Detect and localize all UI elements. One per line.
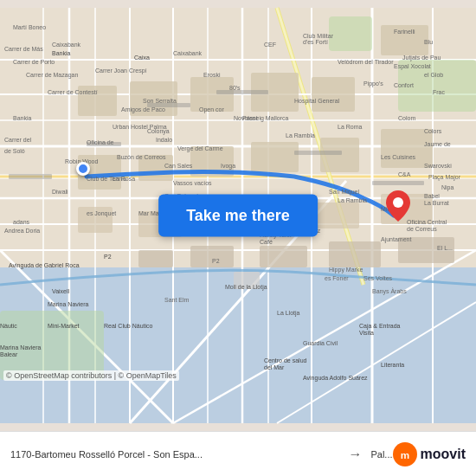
svg-text:Amigos de Paco: Amigos de Paco xyxy=(121,106,165,113)
svg-text:Café: Café xyxy=(260,239,273,245)
svg-rect-49 xyxy=(138,250,173,267)
svg-text:Confort: Confort xyxy=(394,82,414,88)
svg-point-159 xyxy=(393,197,403,208)
svg-text:Marina Naviera: Marina Naviera xyxy=(0,344,42,351)
svg-text:Martí Boneo: Martí Boneo xyxy=(13,24,46,30)
svg-text:Bankia: Bankia xyxy=(52,50,71,56)
svg-text:Velòdrom del Tirador: Velòdrom del Tirador xyxy=(338,59,394,65)
svg-text:adans: adans xyxy=(13,219,30,225)
svg-text:Avinguda de Gabriel Roca: Avinguda de Gabriel Roca xyxy=(9,262,80,269)
svg-text:Banys Àrabs: Banys Àrabs xyxy=(372,287,407,295)
svg-text:de Correus: de Correus xyxy=(407,226,437,232)
svg-text:m: m xyxy=(400,448,408,460)
svg-text:Carrer de Contestí: Carrer de Contestí xyxy=(48,89,98,95)
svg-text:Verge del Carme: Verge del Carme xyxy=(177,145,223,152)
svg-text:La Roma: La Roma xyxy=(338,124,363,130)
svg-text:Carrer de Más: Carrer de Más xyxy=(4,46,43,52)
svg-text:Eroski: Eroski xyxy=(203,72,221,78)
svg-text:Oficina de: Oficina de xyxy=(87,139,114,145)
svg-text:Caixabank: Caixabank xyxy=(52,42,81,48)
svg-text:es Jonquet: es Jonquet xyxy=(87,210,116,217)
svg-text:Vassos vacíos: Vassos vacíos xyxy=(173,180,212,186)
svg-text:Jutjats de Pau: Jutjats de Pau xyxy=(402,55,441,61)
footer-destination-text: Pal... xyxy=(370,449,392,460)
svg-text:Pippo's: Pippo's xyxy=(363,80,383,87)
svg-text:Colom: Colom xyxy=(398,115,415,121)
footer-bar: 1170-Bartomeu Rosselló Porcel - Son Espa… xyxy=(0,431,476,476)
svg-text:Hospital General: Hospital General xyxy=(294,98,340,105)
svg-text:Carrer de Mazagan: Carrer de Mazagan xyxy=(26,72,78,79)
svg-text:Can Sales: Can Sales xyxy=(164,163,193,169)
svg-text:Frac: Frac xyxy=(433,89,446,95)
footer-origin-text: 1170-Bartomeu Rosselló Porcel - Son Espa… xyxy=(10,449,339,460)
app-container: Martí Boneo Bankia Robin Wood es Jonquet… xyxy=(0,0,476,476)
svg-text:CEF: CEF xyxy=(264,42,276,48)
svg-text:Balear: Balear xyxy=(0,351,18,357)
svg-text:Club Militar: Club Militar xyxy=(303,33,334,39)
svg-text:Open cor: Open cor xyxy=(199,106,224,113)
svg-rect-34 xyxy=(251,142,299,172)
take-me-there-button[interactable]: Take me there xyxy=(158,195,318,237)
svg-rect-51 xyxy=(260,246,307,267)
footer-route-info: 1170-Bartomeu Rosselló Porcel - Son Espa… xyxy=(10,447,393,462)
svg-text:La Rambla: La Rambla xyxy=(338,197,367,203)
svg-text:Carrer de Porto: Carrer de Porto xyxy=(13,59,55,65)
svg-text:Andrea Doria: Andrea Doria xyxy=(4,228,40,234)
svg-text:El L...: El L... xyxy=(437,245,453,251)
svg-text:del Mar: del Mar xyxy=(264,364,285,370)
destination-marker xyxy=(386,190,410,215)
svg-text:P2: P2 xyxy=(212,258,220,264)
svg-text:Ses Voltes: Ses Voltes xyxy=(363,275,393,281)
svg-rect-58 xyxy=(216,90,268,94)
svg-text:Mini-Market: Mini-Market xyxy=(48,323,80,329)
moovit-logo-icon: m xyxy=(393,442,417,466)
svg-text:Club de Tennis: Club de Tennis xyxy=(87,176,127,182)
svg-text:Carrer del: Carrer del xyxy=(4,137,32,143)
svg-rect-30 xyxy=(329,16,372,51)
svg-text:es Foner: es Foner xyxy=(325,275,349,281)
svg-text:Ajuntament: Ajuntament xyxy=(381,236,411,243)
svg-text:Avinguda Adolfo Suárez: Avinguda Adolfo Suárez xyxy=(303,375,368,382)
svg-rect-59 xyxy=(294,151,342,155)
svg-text:La Burrat: La Burrat xyxy=(424,200,449,206)
svg-text:C&A: C&A xyxy=(398,171,411,177)
svg-text:Blu: Blu xyxy=(424,39,433,45)
map-attribution: © OpenStreetMap contributors | © OpenMap… xyxy=(3,370,179,381)
svg-text:Hippy Marke: Hippy Marke xyxy=(329,267,363,273)
svg-text:Real Club Náutico: Real Club Náutico xyxy=(104,323,153,329)
svg-rect-60 xyxy=(372,181,424,185)
svg-text:Guardia Civil: Guardia Civil xyxy=(303,340,338,346)
svg-text:San Miquel: San Miquel xyxy=(329,189,359,196)
svg-text:P2: P2 xyxy=(104,254,112,260)
svg-text:Sant Elm: Sant Elm xyxy=(164,297,190,303)
svg-text:de Soló: de Soló xyxy=(4,148,25,154)
svg-text:80's: 80's xyxy=(229,85,241,91)
svg-text:Farinelli: Farinelli xyxy=(394,29,415,35)
svg-text:Jaume de: Jaume de xyxy=(424,141,451,147)
svg-text:el Glob: el Glob xyxy=(424,72,443,78)
svg-rect-50 xyxy=(190,246,234,267)
svg-text:Caja & Entrada: Caja & Entrada xyxy=(359,323,401,330)
svg-text:d'es Fortí: d'es Fortí xyxy=(303,39,328,45)
svg-rect-41 xyxy=(312,77,355,112)
moovit-logo-text: moovit xyxy=(421,447,466,462)
footer-arrow-icon: → xyxy=(348,447,362,462)
svg-rect-55 xyxy=(9,174,52,179)
svg-text:Nàutic: Nàutic xyxy=(0,323,17,329)
svg-text:Ivoga: Ivoga xyxy=(221,163,235,170)
svg-text:Vaixell: Vaixell xyxy=(52,288,70,294)
svg-text:Babel: Babel xyxy=(424,193,440,199)
svg-text:Les Cuisines: Les Cuisines xyxy=(381,154,416,160)
moovit-logo: m moovit xyxy=(393,442,466,466)
svg-text:Nipa: Nipa xyxy=(441,184,454,191)
svg-text:Bankia: Bankia xyxy=(13,115,32,121)
svg-text:Caixa: Caixa xyxy=(134,55,150,61)
svg-text:Indalo: Indalo xyxy=(156,137,172,143)
svg-text:Buzón de Correos: Buzón de Correos xyxy=(117,154,166,160)
svg-text:Espal Xocolat: Espal Xocolat xyxy=(394,63,431,70)
svg-text:Centro de salud: Centro de salud xyxy=(264,357,307,363)
svg-text:Plaça Major: Plaça Major xyxy=(428,174,461,181)
svg-text:La Rambla: La Rambla xyxy=(286,132,315,138)
svg-text:Son Serralta: Son Serralta xyxy=(143,98,177,104)
svg-text:Marina Naviera: Marina Naviera xyxy=(48,301,89,307)
